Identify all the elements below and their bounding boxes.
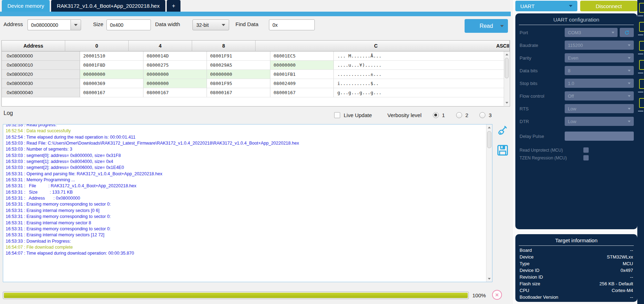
log-output[interactable]: 16:52:53 : Read progress: 16:52:54 : Dat…: [3, 124, 492, 282]
hex-cell[interactable]: 08000275: [143, 61, 207, 70]
checkbox[interactable]: [583, 155, 589, 160]
chevron-down-icon: [628, 44, 631, 46]
log-line: 16:53:31 : Address : 0x08000000: [6, 195, 492, 201]
config-field-control[interactable]: 8: [565, 66, 634, 75]
config-field-label: Delay Pulse: [520, 134, 544, 139]
target-info-row: Device ID 0x497: [515, 267, 637, 274]
tab[interactable]: RAK3172_v1.0.4_Boot+App_20220218.hex: [51, 0, 165, 12]
log-lines: 16:52:53 : Read progress: 16:52:54 : Dat…: [3, 124, 492, 257]
clipped-tool-button[interactable]: [637, 19, 644, 38]
column-header: 8: [192, 41, 256, 51]
hex-cell[interactable]: 08001F95: [207, 79, 270, 88]
scrollbar-thumb[interactable]: [505, 58, 509, 78]
config-field-row: Flow control Off: [515, 90, 637, 102]
config-field-value: 1.0: [568, 81, 574, 86]
config-field-control[interactable]: [565, 132, 634, 141]
radio-button[interactable]: [433, 112, 439, 118]
hex-cell[interactable]: 08001EC5: [270, 51, 334, 61]
hex-cell[interactable]: 00000000: [207, 70, 270, 79]
config-field-control[interactable]: Low: [565, 117, 634, 126]
target-info-row: Revision ID --: [515, 274, 637, 280]
clipped-tool-button[interactable]: [637, 95, 644, 114]
hex-cell[interactable]: 080029A5: [207, 61, 270, 70]
log-line: 16:53:31 : Memory Programming ...: [6, 177, 492, 183]
config-field-control[interactable]: 115200: [565, 41, 634, 50]
tool-button-outline: [639, 41, 644, 51]
connection-interface-select[interactable]: UART: [515, 1, 577, 11]
config-field-control[interactable]: 1.0: [565, 79, 634, 88]
hex-cell[interactable]: 08000167: [143, 88, 207, 97]
config-checkbox-row: TZEN Regression (MCU): [515, 154, 637, 162]
chevron-down-icon: [569, 5, 572, 7]
tab[interactable]: +: [167, 0, 180, 12]
hex-cell[interactable]: 0800014D: [143, 51, 207, 61]
config-field-value: 8: [568, 68, 570, 73]
hex-cell[interactable]: 08001F8D: [80, 61, 143, 70]
hex-cell[interactable]: 08002409: [270, 79, 334, 88]
hex-cell[interactable]: 08000167: [270, 88, 334, 97]
size-input[interactable]: 0x400: [106, 19, 151, 30]
cancel-operation-button[interactable]: ✕: [492, 290, 502, 300]
hex-cell[interactable]: 08000167: [207, 88, 270, 97]
hex-cell[interactable]: 00000000: [143, 70, 207, 79]
radio-button[interactable]: [456, 112, 462, 118]
clean-log-button[interactable]: [496, 124, 510, 140]
radio-button[interactable]: [479, 112, 485, 118]
target-info-label: Revision ID: [520, 274, 543, 280]
scroll-down-icon[interactable]: [488, 278, 491, 280]
hex-cell[interactable]: 08001F91: [207, 51, 270, 61]
hex-cell[interactable]: 00000000: [270, 61, 334, 70]
save-log-button[interactable]: [496, 142, 510, 158]
hex-cell[interactable]: 08001FB1: [270, 70, 334, 79]
config-field-label: RTS: [520, 106, 529, 111]
divider: [638, 92, 643, 92]
table-row: 0x08000020 00000000 00000000 00000000 08…: [2, 70, 504, 79]
target-info-label: Flash size: [520, 281, 540, 286]
checkbox[interactable]: [583, 147, 589, 153]
target-info-value: 256 KB - Default: [600, 281, 633, 286]
table-scrollbar[interactable]: [504, 51, 509, 106]
find-data-input[interactable]: 0x: [269, 19, 315, 30]
hex-cell[interactable]: 20001510: [80, 51, 143, 61]
disconnect-button[interactable]: Disconnect: [580, 1, 637, 11]
log-scrollbar[interactable]: [486, 124, 492, 282]
hex-cell[interactable]: 08000167: [80, 88, 143, 97]
config-field-label: Baudrate: [520, 43, 538, 48]
config-field-value: Off: [568, 93, 574, 99]
config-field-control[interactable]: Low: [565, 104, 634, 113]
log-line: 16:53:31 : Size : 133.71 KB: [6, 189, 492, 195]
live-update-checkbox[interactable]: [334, 112, 340, 118]
data-width-select[interactable]: 32-bit: [192, 19, 229, 30]
hex-cell[interactable]: 00000000: [143, 79, 207, 88]
config-field-row: Parity Even: [515, 51, 637, 64]
config-field-control[interactable]: COM3: [565, 28, 618, 37]
config-field-control[interactable]: Even: [565, 53, 634, 62]
scroll-up-icon[interactable]: [488, 127, 491, 128]
tab[interactable]: Device memory: [2, 0, 50, 12]
clipped-tool-button[interactable]: [637, 0, 644, 19]
log-line: 16:54:07 : Time elapsed during download …: [6, 250, 492, 256]
target-info-label: Device ID: [520, 268, 539, 273]
log-line: 16:52:54 : Data read successfully: [6, 128, 492, 134]
ascii-cell: ....u...¥)......: [334, 61, 504, 70]
config-field-control[interactable]: Off: [565, 91, 634, 101]
target-info-label: CPU: [520, 288, 529, 293]
scroll-up-icon[interactable]: [505, 54, 508, 55]
refresh-ports-button[interactable]: [620, 28, 634, 37]
find-data-label: Find Data: [235, 21, 258, 27]
address-dropdown-button[interactable]: [70, 19, 81, 30]
clipped-tool-button[interactable]: [637, 38, 644, 57]
target-info-rows: Board -- Device STM32WLxx Type MCU Devic…: [515, 247, 637, 300]
clipped-tool-button[interactable]: [637, 57, 644, 76]
scroll-down-icon[interactable]: [505, 102, 508, 104]
clipped-tool-button[interactable]: [637, 76, 644, 95]
row-address: 0x08000000: [2, 51, 80, 61]
hex-cell[interactable]: 00000000: [80, 70, 143, 79]
hex-cell[interactable]: 08000369: [80, 79, 143, 88]
column-header: 4: [129, 41, 192, 51]
read-button[interactable]: Read: [465, 19, 508, 33]
target-info-label: Device: [520, 254, 534, 260]
address-value[interactable]: 0x08000000: [27, 19, 70, 30]
scrollbar-thumb[interactable]: [487, 131, 491, 148]
address-combobox[interactable]: 0x08000000: [27, 19, 81, 30]
